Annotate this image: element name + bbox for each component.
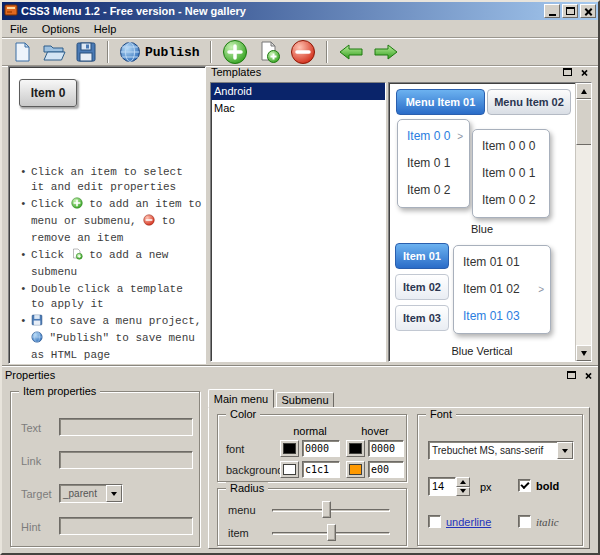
gallery-submenu-item[interactable]: Item 01 01 xyxy=(454,249,550,276)
preview-item-0-button[interactable]: Item 0 xyxy=(19,79,77,107)
dropdown-button[interactable] xyxy=(557,442,573,459)
spin-up-button[interactable] xyxy=(456,477,470,487)
gallery-menu-item[interactable]: Item 03 xyxy=(395,305,449,331)
color-fill xyxy=(283,443,296,454)
group-title: Font xyxy=(426,408,456,420)
new-project-button[interactable] xyxy=(10,40,34,64)
template-list-item-android[interactable]: Android xyxy=(211,83,385,100)
dropdown-button[interactable] xyxy=(106,485,122,502)
globe-icon xyxy=(31,331,43,348)
slider-track[interactable] xyxy=(272,509,390,512)
properties-dock: Properties Item properties Text Link Tar… xyxy=(2,366,598,553)
menu-help[interactable]: Help xyxy=(87,21,124,37)
color-fill xyxy=(283,464,296,475)
properties-title: Properties xyxy=(5,369,564,381)
dock-float-button[interactable] xyxy=(564,369,578,382)
publish-button[interactable]: Publish xyxy=(118,40,201,64)
dock-close-button[interactable] xyxy=(581,369,595,382)
background-normal-color-input[interactable] xyxy=(302,461,340,478)
dock-float-button[interactable] xyxy=(560,66,574,79)
arrow-left-icon xyxy=(338,42,364,62)
tab-main-menu[interactable]: Main menu xyxy=(208,389,274,408)
menubar: File Options Help xyxy=(2,20,598,38)
maximize-button[interactable] xyxy=(562,4,578,18)
add-submenu-button[interactable] xyxy=(256,39,282,65)
dock-close-button[interactable] xyxy=(577,66,591,79)
background-hover-color-swatch[interactable] xyxy=(346,461,365,478)
target-select[interactable]: _parent xyxy=(59,484,123,503)
italic-label: italic xyxy=(536,516,559,528)
bold-checkbox[interactable] xyxy=(518,479,531,492)
spin-down-button[interactable] xyxy=(456,487,470,497)
font-family-value: Trebuchet MS, sans-serif xyxy=(429,442,557,459)
menu-radius-label: menu xyxy=(228,504,256,516)
background-hover-color-input[interactable] xyxy=(368,461,404,478)
submenu-arrow-icon: > xyxy=(538,276,544,303)
chevron-down-icon xyxy=(562,449,568,453)
tab-submenu[interactable]: Submenu xyxy=(276,392,334,408)
background-normal-color-swatch[interactable] xyxy=(280,461,299,478)
app-icon xyxy=(4,3,18,19)
toolbar-separator xyxy=(107,41,109,63)
gallery-menu-item[interactable]: Item 01 xyxy=(395,243,449,269)
save-button[interactable] xyxy=(74,40,98,64)
item-radius-slider[interactable] xyxy=(272,524,390,542)
move-left-button[interactable] xyxy=(337,41,365,63)
gallery-submenu-item[interactable]: Item 0 0 0 xyxy=(473,133,549,160)
italic-checkbox[interactable] xyxy=(518,515,531,528)
text-input[interactable] xyxy=(59,418,193,436)
gallery-submenu-item[interactable]: Item 0 0 2 xyxy=(473,187,549,214)
underline-label: underline xyxy=(446,516,491,528)
scrollbar[interactable] xyxy=(575,83,591,361)
font-normal-color-swatch[interactable] xyxy=(280,440,299,457)
font-hover-color-swatch[interactable] xyxy=(346,440,365,457)
arrow-up-icon xyxy=(460,480,466,484)
gallery-menu-item[interactable]: Menu Item 01 xyxy=(396,89,485,115)
publish-label: Publish xyxy=(145,45,200,60)
gallery-submenu-item[interactable]: Item 0 1 xyxy=(398,150,469,177)
slider-thumb[interactable] xyxy=(322,501,331,518)
gallery-submenu-item[interactable]: Item 01 02> xyxy=(454,276,550,303)
link-label: Link xyxy=(21,455,41,467)
font-size-spinner[interactable]: 14 xyxy=(428,477,470,496)
font-family-select[interactable]: Trebuchet MS, sans-serif xyxy=(428,441,574,460)
remove-item-button[interactable] xyxy=(289,38,317,66)
gallery-submenu-item[interactable]: Item 01 03 xyxy=(454,303,550,330)
minimize-button[interactable] xyxy=(544,4,560,18)
link-input[interactable] xyxy=(59,451,193,469)
close-button[interactable] xyxy=(580,4,596,18)
template-list-item-mac[interactable]: Mac xyxy=(211,100,385,117)
slider-thumb[interactable] xyxy=(327,524,336,541)
gallery-submenu-item[interactable]: Item 0 0> xyxy=(398,123,469,150)
scroll-up-button[interactable] xyxy=(576,83,592,99)
template-caption: Blue Vertical xyxy=(389,345,575,357)
gallery-menu-item[interactable]: Menu Item 02 xyxy=(487,89,571,115)
menu-file[interactable]: File xyxy=(3,21,35,37)
font-size-value[interactable]: 14 xyxy=(428,477,456,496)
underline-checkbox[interactable] xyxy=(428,515,441,528)
menu-radius-slider[interactable] xyxy=(272,501,390,519)
close-icon xyxy=(584,371,591,378)
instruction-line: to save a menu project, "Publish" to sav… xyxy=(19,314,202,363)
add-item-icon xyxy=(222,39,248,65)
normal-column-header: normal xyxy=(280,425,340,437)
font-hover-color-input[interactable] xyxy=(368,440,404,457)
scroll-down-button[interactable] xyxy=(576,345,592,361)
app-window: CSS3 Menu 1.2 - Free version - New galle… xyxy=(0,0,600,555)
background-color-label: background xyxy=(226,464,284,476)
menu-options[interactable]: Options xyxy=(35,21,87,37)
open-project-button[interactable] xyxy=(41,40,67,64)
move-right-button[interactable] xyxy=(372,41,400,63)
templates-list: Android Mac xyxy=(210,82,386,362)
gallery-submenu-item[interactable]: Item 0 2 xyxy=(398,177,469,204)
titlebar[interactable]: CSS3 Menu 1.2 - Free version - New galle… xyxy=(2,2,598,20)
gallery-menu-item[interactable]: Item 02 xyxy=(395,274,449,300)
font-normal-color-input[interactable] xyxy=(302,440,340,457)
gallery-submenu-item[interactable]: Item 0 0 1 xyxy=(473,160,549,187)
template-gallery-preview[interactable]: Menu Item 01 Menu Item 02 Item 0 0> Item… xyxy=(388,82,592,362)
group-title: Color xyxy=(226,408,260,420)
scroll-thumb[interactable] xyxy=(576,99,592,145)
add-item-button[interactable] xyxy=(221,38,249,66)
hint-input[interactable] xyxy=(59,517,193,535)
gallery-submenu-panel: Item 01 01 Item 01 02> Item 01 03 xyxy=(453,245,551,334)
